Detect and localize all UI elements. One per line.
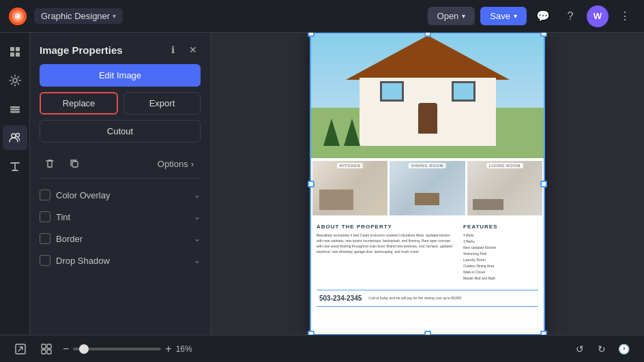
sidebar-item-settings[interactable] bbox=[3, 68, 27, 93]
open-button[interactable]: Open ▾ bbox=[428, 7, 475, 25]
svg-rect-17 bbox=[47, 344, 51, 348]
sidebar-item-home[interactable] bbox=[3, 40, 27, 64]
zoom-slider[interactable] bbox=[73, 348, 161, 350]
living-photo: LIVING ROOM bbox=[467, 161, 542, 215]
handle-bottom-right[interactable] bbox=[540, 331, 547, 335]
copy-toolbar-button[interactable] bbox=[64, 153, 85, 174]
bottom-right-actions: ↺ ↻ 🕐 bbox=[570, 340, 633, 359]
border-expand[interactable]: ⌄ bbox=[194, 234, 201, 243]
kitchen-photo-inner: KITCHEN bbox=[312, 161, 387, 215]
user-avatar[interactable]: W bbox=[587, 5, 609, 27]
feature-3: Swimming Pool bbox=[463, 251, 538, 257]
panel-close-button[interactable]: ✕ bbox=[186, 42, 201, 57]
color-overlay-label: Color Overlay bbox=[56, 190, 188, 200]
svg-rect-4 bbox=[10, 47, 14, 51]
svg-rect-11 bbox=[10, 111, 20, 113]
svg-rect-19 bbox=[47, 350, 51, 354]
sidebar-item-users[interactable] bbox=[3, 125, 27, 150]
doc-right-column: FEATURES 4 Beds 3 Baths New Updated Kitc… bbox=[463, 224, 538, 282]
undo-button[interactable]: ↺ bbox=[570, 340, 589, 359]
doc-cta-text: Call us today and we will pay for the cl… bbox=[368, 296, 536, 301]
svg-rect-16 bbox=[42, 344, 46, 348]
replace-button[interactable]: Replace bbox=[40, 92, 118, 115]
house-door bbox=[418, 103, 437, 134]
dining-table bbox=[415, 193, 439, 205]
drop-shadow-checkbox[interactable] bbox=[40, 255, 50, 266]
tint-checkbox[interactable] bbox=[40, 211, 50, 222]
house-roof bbox=[346, 35, 510, 80]
document: KITCHEN DINING ROOM LIVING ROOM bbox=[310, 33, 545, 335]
photo-grid: KITCHEN DINING ROOM LIVING ROOM bbox=[310, 158, 545, 218]
drop-shadow-row[interactable]: Drop Shadow ⌄ bbox=[30, 250, 210, 271]
menu-button[interactable]: ⋮ bbox=[614, 5, 636, 27]
app-name-dropdown[interactable]: Graphic Designer ▾ bbox=[34, 8, 123, 24]
edit-image-button[interactable]: Edit Image bbox=[40, 64, 201, 87]
doc-hero-image bbox=[310, 33, 545, 158]
app-logo[interactable] bbox=[8, 7, 27, 26]
topbar: Graphic Designer ▾ Open ▾ Save ▾ 💬 ? W ⋮ bbox=[0, 0, 644, 33]
feature-1: 3 Baths bbox=[463, 239, 538, 245]
house-body bbox=[360, 78, 496, 146]
handle-bottom-center[interactable] bbox=[424, 331, 431, 335]
kitchen-photo: KITCHEN bbox=[312, 161, 387, 215]
color-overlay-expand[interactable]: ⌄ bbox=[194, 190, 201, 200]
svg-point-13 bbox=[16, 134, 19, 137]
dining-photo-inner: DINING ROOM bbox=[390, 161, 465, 215]
export-button[interactable]: Export bbox=[123, 92, 201, 115]
features-list: 4 Beds 3 Baths New Updated Kitchen Swimm… bbox=[463, 232, 538, 282]
color-overlay-checkbox[interactable] bbox=[40, 190, 50, 200]
living-label: LIVING ROOM bbox=[486, 163, 523, 168]
sidebar-item-layers[interactable] bbox=[3, 97, 27, 121]
options-button[interactable]: Options › bbox=[151, 155, 201, 172]
feature-7: Master Bed and Bath bbox=[463, 275, 538, 282]
house-illustration bbox=[310, 33, 545, 158]
zoom-in-button[interactable]: + bbox=[165, 342, 171, 357]
replace-export-row: Replace Export bbox=[40, 92, 201, 115]
svg-rect-5 bbox=[16, 47, 20, 51]
living-photo-inner: LIVING ROOM bbox=[467, 161, 542, 215]
feature-0: 4 Beds bbox=[463, 232, 538, 239]
save-button[interactable]: Save ▾ bbox=[480, 7, 527, 25]
panel-toolbar: Options › bbox=[30, 149, 210, 178]
cutout-button[interactable]: Cutout bbox=[40, 120, 201, 142]
history-button[interactable]: 🕐 bbox=[614, 340, 633, 359]
tree-2 bbox=[344, 119, 360, 146]
zoom-level-label: 16% bbox=[176, 344, 201, 354]
canvas-area[interactable]: KITCHEN DINING ROOM LIVING ROOM bbox=[211, 33, 644, 335]
svg-rect-7 bbox=[16, 52, 20, 57]
tint-expand[interactable]: ⌄ bbox=[194, 212, 201, 222]
about-title: ABOUT THE PROPERTY bbox=[317, 224, 456, 230]
redo-button[interactable]: ↻ bbox=[592, 340, 611, 359]
handle-bottom-left[interactable] bbox=[308, 331, 314, 335]
border-label: Border bbox=[56, 234, 188, 244]
drop-shadow-expand[interactable]: ⌄ bbox=[194, 256, 201, 265]
doc-phone-bar: 503-234-2345 Call us today and we will p… bbox=[317, 290, 538, 307]
delete-toolbar-button[interactable] bbox=[40, 153, 60, 174]
panel-title: Image Properties bbox=[40, 44, 160, 56]
topbar-actions: Open ▾ Save ▾ 💬 ? W ⋮ bbox=[428, 5, 636, 27]
properties-panel: Image Properties ℹ ✕ Edit Image Replace … bbox=[30, 33, 211, 335]
kitchen-cabinet bbox=[319, 190, 353, 210]
prop-rows: Color Overlay ⌄ Tint ⌄ Border ⌄ Drop Sha… bbox=[30, 179, 210, 277]
help-button[interactable]: ? bbox=[559, 5, 581, 27]
trees bbox=[323, 119, 360, 146]
drop-shadow-label: Drop Shadow bbox=[56, 256, 188, 266]
color-overlay-row[interactable]: Color Overlay ⌄ bbox=[30, 184, 210, 206]
svg-rect-6 bbox=[10, 52, 14, 57]
doc-phone-number: 503-234-2345 bbox=[319, 295, 362, 302]
panel-info-button[interactable]: ℹ bbox=[165, 42, 180, 57]
tint-label: Tint bbox=[56, 212, 188, 222]
border-row[interactable]: Border ⌄ bbox=[30, 228, 210, 250]
grid-toggle-button[interactable] bbox=[37, 340, 56, 359]
main-area: Image Properties ℹ ✕ Edit Image Replace … bbox=[0, 33, 644, 335]
zoom-out-button[interactable]: − bbox=[63, 342, 69, 357]
chat-button[interactable]: 💬 bbox=[532, 5, 554, 27]
house-window-left bbox=[380, 81, 404, 102]
svg-point-12 bbox=[12, 134, 16, 138]
expand-button[interactable] bbox=[11, 340, 30, 359]
house-window-right bbox=[452, 81, 475, 102]
tint-row[interactable]: Tint ⌄ bbox=[30, 206, 210, 228]
border-checkbox[interactable] bbox=[40, 233, 50, 244]
sidebar-item-text[interactable] bbox=[3, 154, 27, 179]
feature-4: Laundry Room bbox=[463, 257, 538, 263]
